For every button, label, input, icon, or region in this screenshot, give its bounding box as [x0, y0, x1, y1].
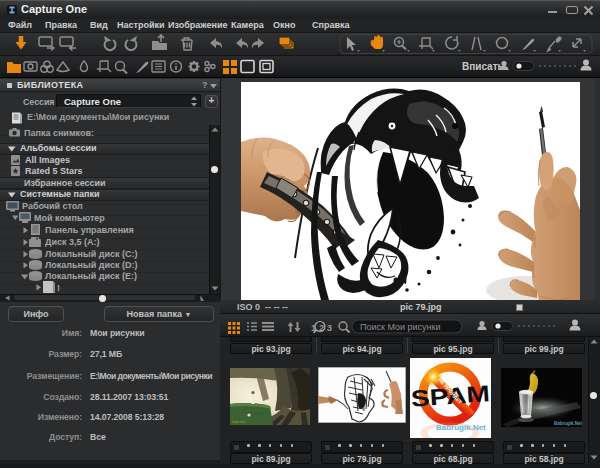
svg-text:tree.art: tree.art: [232, 419, 246, 424]
svg-text:Поиск Мои рисунки: Поиск Мои рисунки: [360, 322, 441, 332]
svg-text:Babrugik.Net: Babrugik.Net: [554, 421, 582, 426]
svg-text:Babrugik.Net: Babrugik.Net: [436, 423, 486, 432]
svg-text:Вписать: Вписать: [462, 61, 504, 72]
